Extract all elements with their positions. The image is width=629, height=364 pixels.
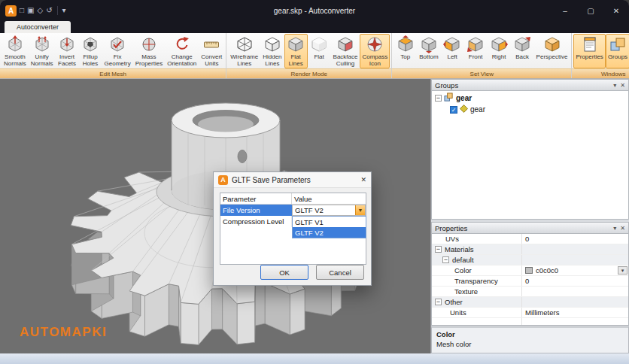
ribbon-button-label: Front bbox=[469, 54, 483, 61]
fix-geometry-icon bbox=[108, 35, 126, 53]
property-group-materials[interactable]: −Materials bbox=[432, 244, 628, 255]
ribbon-button-fillup-holes[interactable]: Fillup Holes bbox=[79, 34, 102, 68]
properties-icon bbox=[581, 35, 599, 53]
ribbon: Smooth NormalsUnify NormalsInvert Facets… bbox=[0, 33, 629, 79]
expander-icon[interactable]: − bbox=[435, 299, 442, 305]
ribbon-group-windows: PropertiesGroupsClip PlanesWindows bbox=[572, 33, 629, 78]
dialog-close-icon[interactable]: ✕ bbox=[360, 176, 366, 184]
compass-icon bbox=[366, 35, 384, 53]
property-group-label: Materials bbox=[445, 245, 474, 253]
titlebar: A□▣◇↺▾ gear.skp - Autoconverter –▢✕ bbox=[0, 0, 629, 21]
watermark: AUTOMAPKI bbox=[20, 325, 107, 340]
close-icon[interactable]: ✕ bbox=[620, 82, 625, 89]
properties-panel-title: Properties bbox=[435, 224, 467, 232]
parameter-value[interactable]: GLTF V2▼ bbox=[292, 205, 366, 216]
ribbon-button-back[interactable]: Back bbox=[511, 34, 534, 68]
expander-icon[interactable]: − bbox=[435, 95, 442, 102]
unify-normals-icon bbox=[33, 35, 51, 53]
pin-icon[interactable]: ▾ bbox=[613, 225, 616, 232]
customize-arrow-icon[interactable]: ▾ bbox=[62, 7, 66, 14]
minimize-button[interactable]: – bbox=[552, 0, 578, 21]
ribbon-group-label: Edit Mesh bbox=[0, 68, 226, 78]
ribbon-button-convert-units[interactable]: Convert Units bbox=[199, 34, 224, 68]
mesh-icon bbox=[460, 105, 468, 114]
close-icon[interactable]: ✕ bbox=[620, 225, 625, 232]
ribbon-button-flat[interactable]: Flat bbox=[308, 34, 331, 68]
dropdown-option-gltf-v1[interactable]: GLTF V1 bbox=[293, 217, 366, 227]
ribbon-button-unify-normals[interactable]: Unify Normals bbox=[29, 34, 56, 68]
property-value[interactable] bbox=[522, 287, 628, 296]
tree-item-gear[interactable]: ✓gear bbox=[432, 104, 628, 115]
value-combobox[interactable]: GLTF V2▼ bbox=[292, 205, 366, 216]
ribbon-button-change-orientation[interactable]: Change Orientation bbox=[165, 34, 199, 68]
property-row-uvs[interactable]: UVs0 bbox=[432, 234, 628, 244]
property-value[interactable]: Millimeters bbox=[522, 308, 628, 317]
property-name: −default bbox=[432, 255, 522, 265]
property-value[interactable]: 0 bbox=[522, 276, 628, 286]
property-name: −Materials bbox=[432, 244, 522, 254]
ribbon-button-bottom[interactable]: Bottom bbox=[417, 34, 440, 68]
ribbon-button-backface-culling[interactable]: Backface Culling bbox=[331, 34, 360, 68]
tree-item-gear-root[interactable]: −gear bbox=[432, 93, 628, 104]
property-value-text: 0 bbox=[525, 235, 529, 243]
ribbon-button-fix-geometry[interactable]: Fix Geometry bbox=[102, 34, 133, 68]
property-name: Transparency bbox=[432, 276, 522, 286]
property-value bbox=[522, 255, 628, 265]
cancel-button[interactable]: Cancel bbox=[316, 265, 364, 280]
cube-flatlines-icon bbox=[287, 35, 305, 53]
ribbon-button-flat-lines[interactable]: Flat Lines bbox=[284, 34, 308, 68]
dialog-titlebar[interactable]: A GLTF Save Parameters ✕ bbox=[214, 172, 371, 188]
ribbon-button-perspective[interactable]: Perspective bbox=[534, 34, 570, 68]
ribbon-button-front[interactable]: Front bbox=[464, 34, 488, 68]
ribbon-button-compass-icon[interactable]: Compass Icon bbox=[360, 34, 390, 68]
pin-icon[interactable]: ▾ bbox=[613, 82, 616, 89]
ribbon-button-label: Convert Units bbox=[201, 54, 222, 68]
value-dropdown-button[interactable]: ▾ bbox=[618, 266, 627, 275]
ribbon-button-properties[interactable]: Properties bbox=[573, 34, 605, 68]
column-header-parameter: Parameter bbox=[220, 193, 292, 204]
property-description: Color Mesh color bbox=[431, 326, 629, 353]
parameter-row-file-version[interactable]: File VersionGLTF V2▼ bbox=[220, 205, 366, 216]
dropdown-option-gltf-v2[interactable]: GLTF V2 bbox=[293, 227, 366, 238]
checkbox-checked[interactable]: ✓ bbox=[450, 106, 457, 114]
ribbon-button-wireframe-lines[interactable]: Wireframe Lines bbox=[228, 34, 260, 68]
property-row-transparency[interactable]: Transparency0 bbox=[432, 276, 628, 287]
ribbon-button-label: Hidden Lines bbox=[263, 54, 281, 68]
properties-panel-header[interactable]: Properties ▾ ✕ bbox=[431, 222, 629, 234]
maximize-button[interactable]: ▢ bbox=[578, 0, 603, 21]
cube-bottom-icon bbox=[420, 35, 438, 53]
tab-autoconverter[interactable]: Autoconverter bbox=[5, 21, 71, 33]
property-value[interactable]: c0c0c0▾ bbox=[522, 265, 628, 275]
convert-icon[interactable]: ◇ bbox=[38, 7, 44, 14]
ribbon-button-left[interactable]: Left bbox=[441, 34, 464, 68]
groups-panel-header[interactable]: Groups ▾ ✕ bbox=[431, 79, 629, 91]
expander-icon[interactable]: − bbox=[435, 246, 442, 253]
ribbon-button-hidden-lines[interactable]: Hidden Lines bbox=[260, 34, 284, 68]
property-group-other[interactable]: −Other bbox=[432, 297, 628, 308]
file-version-dropdown-list: GLTF V1GLTF V2 bbox=[292, 216, 366, 238]
ok-button[interactable]: OK bbox=[260, 265, 308, 280]
property-row-units[interactable]: UnitsMillimeters bbox=[432, 308, 628, 318]
ribbon-button-smooth-normals[interactable]: Smooth Normals bbox=[2, 34, 29, 68]
undo-icon[interactable]: ↺ bbox=[46, 7, 52, 14]
property-row-color[interactable]: Colorc0c0c0▾ bbox=[432, 265, 628, 276]
combobox-arrow-icon[interactable]: ▼ bbox=[355, 205, 365, 215]
ribbon-button-mass-properties[interactable]: Mass Properties bbox=[133, 34, 165, 68]
expander-icon[interactable]: − bbox=[442, 256, 449, 263]
ribbon-button-groups[interactable]: Groups bbox=[606, 34, 629, 68]
property-group-default[interactable]: −default bbox=[432, 255, 628, 265]
ribbon-button-label: Flat Lines bbox=[289, 54, 303, 68]
parameter-table-header: Parameter Value bbox=[220, 193, 366, 205]
ribbon-button-label: Invert Facets bbox=[58, 54, 76, 68]
save-file-icon[interactable]: ▣ bbox=[27, 7, 34, 14]
close-button[interactable]: ✕ bbox=[603, 0, 629, 21]
parameter-name: File Version bbox=[220, 205, 292, 216]
ribbon-button-invert-facets[interactable]: Invert Facets bbox=[56, 34, 79, 68]
open-file-icon[interactable]: □ bbox=[20, 7, 24, 14]
ribbon-button-top[interactable]: Top bbox=[394, 34, 417, 68]
ribbon-button-right[interactable]: Right bbox=[488, 34, 511, 68]
property-row-texture[interactable]: Texture bbox=[432, 287, 628, 297]
gltf-save-parameters-dialog: A GLTF Save Parameters ✕ Parameter Value… bbox=[213, 171, 372, 286]
property-value[interactable]: 0 bbox=[522, 234, 628, 244]
property-description-text: Mesh color bbox=[436, 340, 624, 348]
